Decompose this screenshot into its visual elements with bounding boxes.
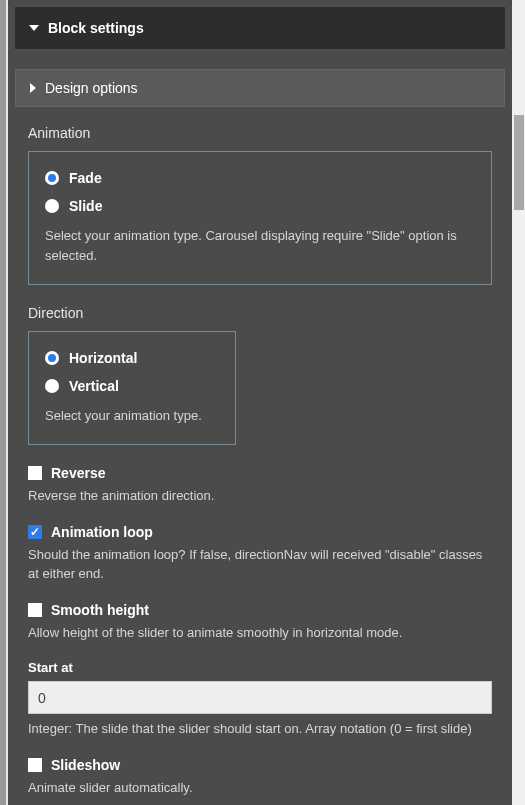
left-strip [0, 0, 6, 805]
radio-icon [45, 171, 59, 185]
scrollbar-thumb[interactable] [514, 115, 524, 210]
loop-label: Animation loop [51, 524, 153, 540]
smooth-checkbox-row[interactable]: Smooth height [28, 602, 492, 618]
slideshow-descr: Animate slider automatically. [28, 778, 492, 798]
reverse-block: Reverse Reverse the animation direction. [28, 465, 492, 506]
radio-horizontal-label: Horizontal [69, 350, 137, 366]
reverse-descr: Reverse the animation direction. [28, 486, 492, 506]
animation-group: Fade Slide Select your animation type. C… [28, 151, 492, 285]
design-options-header[interactable]: Design options [15, 69, 505, 107]
block-settings-title: Block settings [48, 20, 144, 36]
settings-panel: Block settings Design options Animation … [8, 0, 512, 805]
loop-descr: Should the animation loop? If false, dir… [28, 545, 492, 584]
radio-horizontal[interactable]: Horizontal [45, 350, 219, 366]
smooth-descr: Allow height of the slider to animate sm… [28, 623, 492, 643]
radio-vertical[interactable]: Vertical [45, 378, 219, 394]
radio-fade[interactable]: Fade [45, 170, 475, 186]
checkbox-checked-icon: ✓ [28, 525, 42, 539]
slideshow-checkbox-row[interactable]: Slideshow [28, 757, 492, 773]
block-settings-header[interactable]: Block settings [15, 7, 505, 49]
loop-block: ✓ Animation loop Should the animation lo… [28, 524, 492, 584]
content-area: Animation Fade Slide Select your animati… [8, 107, 512, 797]
animation-label: Animation [28, 125, 492, 141]
reverse-checkbox-row[interactable]: Reverse [28, 465, 492, 481]
chevron-right-icon [30, 83, 36, 93]
chevron-down-icon [29, 25, 39, 31]
radio-slide[interactable]: Slide [45, 198, 475, 214]
smooth-label: Smooth height [51, 602, 149, 618]
loop-checkbox-row[interactable]: ✓ Animation loop [28, 524, 492, 540]
scrollbar-track[interactable] [512, 0, 525, 805]
design-options-title: Design options [45, 80, 138, 96]
radio-icon [45, 379, 59, 393]
checkbox-icon [28, 603, 42, 617]
smooth-block: Smooth height Allow height of the slider… [28, 602, 492, 643]
startat-label: Start at [28, 660, 492, 675]
checkbox-icon [28, 758, 42, 772]
checkbox-icon [28, 466, 42, 480]
direction-help: Select your animation type. [45, 406, 219, 426]
radio-icon [45, 351, 59, 365]
radio-icon [45, 199, 59, 213]
animation-help: Select your animation type. Carousel dis… [45, 226, 475, 266]
reverse-label: Reverse [51, 465, 106, 481]
radio-slide-label: Slide [69, 198, 102, 214]
radio-fade-label: Fade [69, 170, 102, 186]
direction-label: Direction [28, 305, 492, 321]
startat-input[interactable] [28, 681, 492, 714]
startat-block: Start at Integer: The slide that the sli… [28, 660, 492, 739]
startat-descr: Integer: The slide that the slider shoul… [28, 719, 492, 739]
direction-group: Horizontal Vertical Select your animatio… [28, 331, 236, 445]
slideshow-block: Slideshow Animate slider automatically. [28, 757, 492, 798]
slideshow-label: Slideshow [51, 757, 120, 773]
radio-vertical-label: Vertical [69, 378, 119, 394]
